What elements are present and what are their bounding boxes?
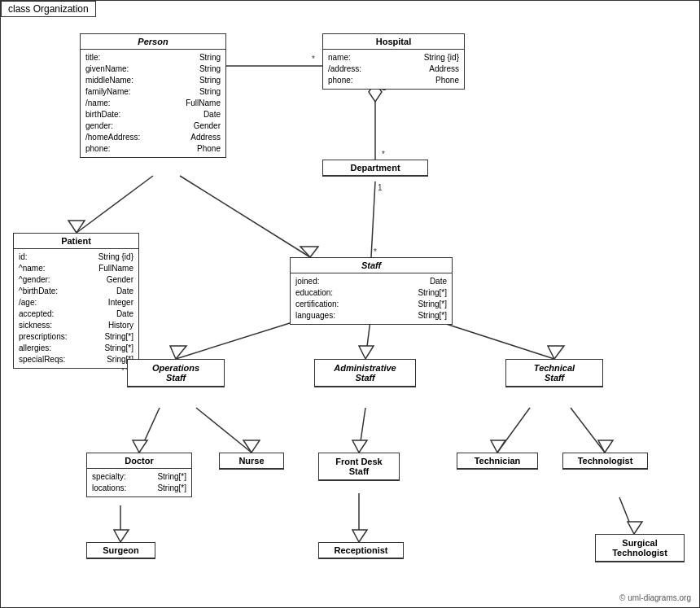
- svg-text:*: *: [382, 150, 385, 159]
- svg-line-29: [497, 408, 530, 453]
- svg-text:1: 1: [378, 183, 383, 192]
- svg-line-23: [139, 408, 160, 453]
- front-desk-class-name: Front DeskStaff: [319, 453, 399, 480]
- svg-text:*: *: [374, 247, 377, 256]
- department-class: Department: [322, 160, 428, 177]
- operations-staff-class-name: OperationsStaff: [128, 360, 224, 387]
- surgeon-class-name: Surgeon: [87, 543, 155, 558]
- hospital-class-name: Hospital: [323, 34, 464, 50]
- svg-marker-38: [628, 522, 642, 534]
- technologist-class: Technologist: [562, 453, 648, 470]
- svg-line-2: [180, 176, 310, 257]
- svg-marker-20: [359, 346, 374, 359]
- department-class-name: Department: [323, 160, 427, 176]
- technologist-class-name: Technologist: [563, 453, 647, 469]
- svg-marker-36: [352, 530, 367, 542]
- nurse-class: Nurse: [219, 453, 284, 470]
- person-class: Person title:String givenName:String mid…: [80, 33, 226, 158]
- svg-line-27: [359, 408, 365, 453]
- doctor-class-name: Doctor: [87, 453, 191, 469]
- surgical-technologist-class-name: SurgicalTechnologist: [596, 535, 684, 562]
- receptionist-class: Receptionist: [318, 542, 404, 559]
- front-desk-class: Front DeskStaff: [318, 453, 400, 481]
- person-class-name: Person: [81, 34, 225, 50]
- svg-text:*: *: [312, 55, 315, 63]
- svg-line-31: [571, 408, 605, 453]
- technician-class: Technician: [457, 453, 538, 470]
- patient-class-name: Patient: [14, 234, 138, 249]
- svg-marker-1: [68, 221, 85, 233]
- diagram-title: class Organization: [1, 1, 96, 17]
- admin-staff-class-name: AdministrativeStaff: [315, 360, 415, 387]
- svg-marker-28: [352, 440, 367, 453]
- svg-marker-34: [114, 530, 129, 542]
- admin-staff-class: AdministrativeStaff: [314, 359, 416, 387]
- svg-marker-30: [491, 440, 505, 453]
- patient-class: Patient id:String {id} ^name:FullName ^g…: [13, 233, 139, 369]
- diagram-container: class Organization 1 * * * 1 * * *: [0, 0, 700, 608]
- person-class-attrs: title:String givenName:String middleName…: [81, 50, 225, 157]
- svg-marker-22: [548, 346, 564, 359]
- receptionist-class-name: Receptionist: [319, 543, 403, 558]
- svg-marker-18: [170, 346, 186, 359]
- staff-class-attrs: joined:Date education:String[*] certific…: [291, 273, 452, 324]
- copyright: © uml-diagrams.org: [619, 593, 691, 602]
- svg-line-11: [371, 182, 375, 257]
- svg-marker-24: [133, 440, 147, 453]
- nurse-class-name: Nurse: [220, 453, 283, 469]
- surgeon-class: Surgeon: [86, 542, 155, 559]
- operations-staff-class: OperationsStaff: [127, 359, 225, 387]
- technical-staff-class: TechnicalStaff: [505, 359, 603, 387]
- technical-staff-class-name: TechnicalStaff: [506, 360, 602, 387]
- svg-marker-3: [300, 247, 318, 257]
- svg-line-0: [77, 176, 153, 233]
- staff-class: Staff joined:Date education:String[*] ce…: [290, 257, 453, 325]
- technician-class-name: Technician: [457, 453, 537, 469]
- surgical-technologist-class: SurgicalTechnologist: [595, 534, 685, 562]
- svg-marker-32: [598, 440, 613, 453]
- svg-line-37: [619, 497, 634, 534]
- hospital-class: Hospital name:String {id} /address:Addre…: [322, 33, 465, 90]
- svg-marker-26: [243, 440, 260, 453]
- doctor-class: Doctor specialty:String[*] locations:Str…: [86, 453, 192, 497]
- patient-class-attrs: id:String {id} ^name:FullName ^gender:Ge…: [14, 249, 138, 368]
- svg-line-25: [196, 408, 252, 453]
- doctor-class-attrs: specialty:String[*] locations:String[*]: [87, 469, 191, 496]
- staff-class-name: Staff: [291, 258, 452, 273]
- hospital-class-attrs: name:String {id} /address:Address phone:…: [323, 50, 464, 89]
